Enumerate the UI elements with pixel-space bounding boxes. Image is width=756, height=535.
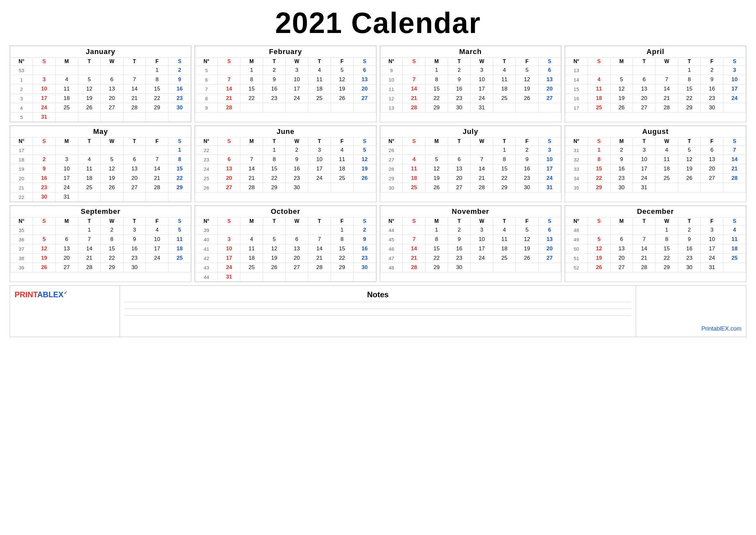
printablex-logo: PRINTABLEX✓: [14, 290, 68, 299]
table-row: 2520212223242526: [195, 174, 376, 183]
month-name: January: [10, 46, 191, 58]
month-name: May: [10, 126, 191, 137]
table-row: 678910111213: [195, 75, 376, 84]
table-row: 2016171819202122: [10, 174, 191, 183]
table-row: 3025262728293031: [380, 183, 561, 192]
table-row: 223031: [10, 192, 191, 202]
table-row: 4614151617181920: [380, 244, 561, 254]
month-name: October: [195, 206, 376, 217]
month-name: February: [195, 46, 376, 58]
table-row: 531: [10, 113, 191, 122]
month-name: June: [195, 126, 376, 137]
table-row: 2123242526272829: [10, 183, 191, 192]
table-row: 3819202122232425: [10, 254, 191, 263]
table-row: 3712131415161718: [10, 244, 191, 254]
table-row: 9123456: [380, 66, 561, 75]
printablex-url: PrintablEX.com: [641, 325, 742, 332]
table-row: 4110111213141516: [195, 244, 376, 254]
table-row: 36567891011: [10, 235, 191, 244]
table-row: 424252627282930: [10, 103, 191, 113]
table-row: 17252627282930: [565, 103, 746, 113]
table-row: 4324252627282930: [195, 263, 376, 272]
table-row: 403456789: [195, 235, 376, 244]
table-row: 171: [10, 146, 191, 155]
table-row: 48282930: [380, 263, 561, 272]
table-row: 3912: [195, 225, 376, 235]
table-row: 2212345: [195, 146, 376, 155]
month-name: November: [380, 206, 561, 217]
table-row: 210111213141516: [10, 84, 191, 94]
month-march: MarchN°SMTWTFS91234561078910111213111415…: [380, 45, 561, 122]
table-row: 3422232425262728: [565, 174, 746, 183]
table-row: 3512345: [10, 225, 191, 235]
table-row: 5119202122232425: [565, 254, 746, 263]
month-august: AugustN°SMTWTFS3112345673289101112131433…: [565, 126, 746, 202]
month-november: NovemberN°SMTWTFS44123456457891011121346…: [380, 205, 561, 282]
notes-title: Notes: [124, 290, 631, 299]
month-july: JulyN°SMTWTFS261232745678910281112131415…: [380, 126, 561, 202]
table-row: 32891011121314: [565, 155, 746, 164]
table-row: 4721222324252627: [380, 254, 561, 263]
table-row: 2627282930: [195, 183, 376, 192]
table-row: 481234: [565, 225, 746, 235]
page-title: 2021 Calendar: [10, 7, 746, 40]
month-name: September: [10, 206, 191, 217]
table-row: 4217181920212223: [195, 254, 376, 263]
table-row: 2745678910: [380, 155, 561, 164]
month-name: April: [565, 46, 746, 58]
table-row: 4431: [195, 272, 376, 282]
table-row: 3315161718192021: [565, 164, 746, 174]
table-row: 52262728293031: [565, 263, 746, 272]
table-row: 928: [195, 103, 376, 113]
table-row: 2811121314151617: [380, 164, 561, 174]
table-row: 49567891011: [565, 235, 746, 244]
table-row: 1078910111213: [380, 75, 561, 84]
month-april: AprilN°SMTWTFS13123144567891015111213141…: [565, 45, 746, 122]
table-row: 35293031: [565, 183, 746, 192]
table-row: 44123456: [380, 225, 561, 235]
table-row: 1328293031: [380, 103, 561, 113]
month-name: July: [380, 126, 561, 137]
table-row: 13123: [565, 66, 746, 75]
table-row: 1221222324252627: [380, 94, 561, 103]
table-row: 392627282930: [10, 263, 191, 272]
table-row: 5123456: [195, 66, 376, 75]
table-row: 2413141516171819: [195, 164, 376, 174]
table-row: 1511121314151617: [565, 84, 746, 94]
table-row: 13456789: [10, 75, 191, 84]
table-row: 1445678910: [565, 75, 746, 84]
month-december: DecemberN°SMTWTFS48123449567891011501213…: [565, 205, 746, 282]
table-row: 1618192021222324: [565, 94, 746, 103]
table-row: 5012131415161718: [565, 244, 746, 254]
table-row: 1114151617181920: [380, 84, 561, 94]
table-row: 199101112131415: [10, 164, 191, 174]
month-january: JanuaryN°SMTWTFS531213456789210111213141…: [10, 45, 191, 122]
month-may: MayN°SMTWTFS1711823456781991011121314152…: [10, 126, 191, 202]
table-row: 2918192021222324: [380, 174, 561, 183]
month-february: FebruaryN°SMTWTFS51234566789101112137141…: [195, 45, 376, 122]
month-october: OctoberN°SMTWTFS391240345678941101112131…: [195, 205, 376, 282]
month-name: August: [565, 126, 746, 137]
table-row: 236789101112: [195, 155, 376, 164]
table-row: 311234567: [565, 146, 746, 155]
month-name: March: [380, 46, 561, 58]
table-row: 4578910111213: [380, 235, 561, 244]
month-september: SeptemberN°SMTWTFS3512345365678910113712…: [10, 205, 191, 282]
table-row: 5312: [10, 66, 191, 75]
table-row: 714151617181920: [195, 84, 376, 94]
table-row: 26123: [380, 146, 561, 155]
month-june: JuneN°SMTWTFS221234523678910111224131415…: [195, 126, 376, 202]
table-row: 317181920212223: [10, 94, 191, 103]
month-name: December: [565, 206, 746, 217]
table-row: 821222324252627: [195, 94, 376, 103]
table-row: 182345678: [10, 155, 191, 164]
